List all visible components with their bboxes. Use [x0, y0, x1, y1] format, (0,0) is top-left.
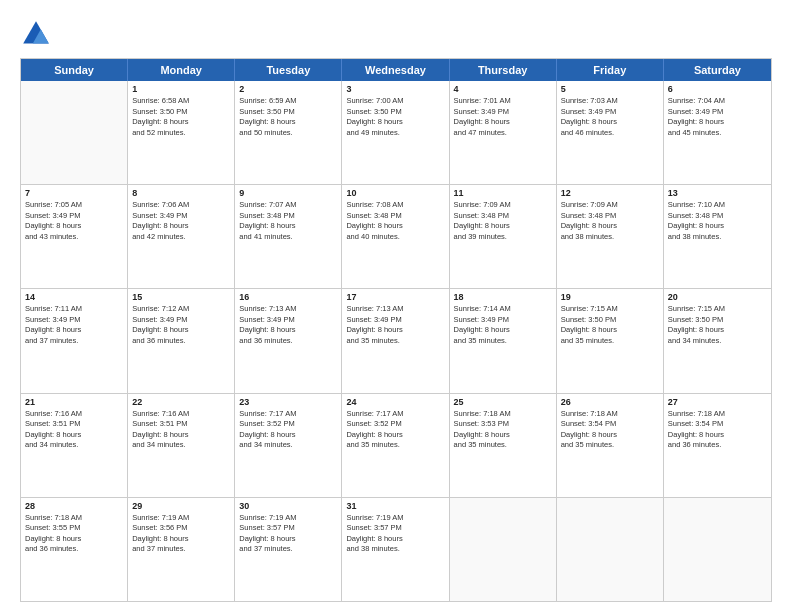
calendar-row-4: 28 Sunrise: 7:18 AM Sunset: 3:55 PM Dayl…	[21, 498, 771, 601]
sunset-line: Sunset: 3:48 PM	[454, 211, 552, 222]
daylight-value: and 36 minutes.	[132, 336, 230, 347]
sunset-line: Sunset: 3:49 PM	[561, 107, 659, 118]
calendar-cell-r3-c4: 25 Sunrise: 7:18 AM Sunset: 3:53 PM Dayl…	[450, 394, 557, 497]
sunrise-line: Sunrise: 7:08 AM	[346, 200, 444, 211]
day-number: 25	[454, 397, 552, 407]
header-thursday: Thursday	[450, 59, 557, 81]
day-number: 12	[561, 188, 659, 198]
day-number: 26	[561, 397, 659, 407]
calendar-cell-r2-c0: 14 Sunrise: 7:11 AM Sunset: 3:49 PM Dayl…	[21, 289, 128, 392]
daylight-label: Daylight: 8 hours	[25, 221, 123, 232]
daylight-label: Daylight: 8 hours	[25, 534, 123, 545]
daylight-label: Daylight: 8 hours	[132, 534, 230, 545]
calendar-cell-r4-c6	[664, 498, 771, 601]
daylight-value: and 34 minutes.	[25, 440, 123, 451]
day-number: 21	[25, 397, 123, 407]
calendar-cell-r4-c3: 31 Sunrise: 7:19 AM Sunset: 3:57 PM Dayl…	[342, 498, 449, 601]
calendar-row-3: 21 Sunrise: 7:16 AM Sunset: 3:51 PM Dayl…	[21, 394, 771, 498]
calendar-cell-r3-c1: 22 Sunrise: 7:16 AM Sunset: 3:51 PM Dayl…	[128, 394, 235, 497]
daylight-value: and 38 minutes.	[668, 232, 767, 243]
day-number: 18	[454, 292, 552, 302]
daylight-value: and 34 minutes.	[239, 440, 337, 451]
calendar-cell-r2-c5: 19 Sunrise: 7:15 AM Sunset: 3:50 PM Dayl…	[557, 289, 664, 392]
daylight-label: Daylight: 8 hours	[132, 221, 230, 232]
daylight-value: and 35 minutes.	[454, 336, 552, 347]
sunset-line: Sunset: 3:50 PM	[239, 107, 337, 118]
sunrise-line: Sunrise: 7:14 AM	[454, 304, 552, 315]
day-number: 31	[346, 501, 444, 511]
daylight-label: Daylight: 8 hours	[25, 325, 123, 336]
calendar-cell-r0-c0	[21, 81, 128, 184]
daylight-value: and 37 minutes.	[132, 544, 230, 555]
sunrise-line: Sunrise: 7:18 AM	[454, 409, 552, 420]
sunrise-line: Sunrise: 7:07 AM	[239, 200, 337, 211]
daylight-label: Daylight: 8 hours	[668, 221, 767, 232]
sunset-line: Sunset: 3:49 PM	[668, 107, 767, 118]
daylight-label: Daylight: 8 hours	[346, 117, 444, 128]
daylight-label: Daylight: 8 hours	[454, 430, 552, 441]
daylight-label: Daylight: 8 hours	[454, 117, 552, 128]
sunset-line: Sunset: 3:49 PM	[25, 211, 123, 222]
calendar-cell-r3-c2: 23 Sunrise: 7:17 AM Sunset: 3:52 PM Dayl…	[235, 394, 342, 497]
daylight-label: Daylight: 8 hours	[25, 430, 123, 441]
sunset-line: Sunset: 3:49 PM	[239, 315, 337, 326]
daylight-value: and 35 minutes.	[346, 336, 444, 347]
sunset-line: Sunset: 3:55 PM	[25, 523, 123, 534]
sunrise-line: Sunrise: 7:05 AM	[25, 200, 123, 211]
calendar-cell-r3-c3: 24 Sunrise: 7:17 AM Sunset: 3:52 PM Dayl…	[342, 394, 449, 497]
sunset-line: Sunset: 3:52 PM	[239, 419, 337, 430]
sunset-line: Sunset: 3:49 PM	[346, 315, 444, 326]
calendar-cell-r0-c3: 3 Sunrise: 7:00 AM Sunset: 3:50 PM Dayli…	[342, 81, 449, 184]
daylight-value: and 37 minutes.	[239, 544, 337, 555]
day-number: 4	[454, 84, 552, 94]
day-number: 23	[239, 397, 337, 407]
calendar-cell-r1-c1: 8 Sunrise: 7:06 AM Sunset: 3:49 PM Dayli…	[128, 185, 235, 288]
calendar-cell-r2-c2: 16 Sunrise: 7:13 AM Sunset: 3:49 PM Dayl…	[235, 289, 342, 392]
logo	[20, 18, 56, 50]
sunset-line: Sunset: 3:50 PM	[132, 107, 230, 118]
day-number: 27	[668, 397, 767, 407]
sunset-line: Sunset: 3:50 PM	[668, 315, 767, 326]
calendar-cell-r0-c1: 1 Sunrise: 6:58 AM Sunset: 3:50 PM Dayli…	[128, 81, 235, 184]
sunset-line: Sunset: 3:51 PM	[25, 419, 123, 430]
header-saturday: Saturday	[664, 59, 771, 81]
sunset-line: Sunset: 3:48 PM	[346, 211, 444, 222]
header-monday: Monday	[128, 59, 235, 81]
sunrise-line: Sunrise: 7:03 AM	[561, 96, 659, 107]
sunrise-line: Sunrise: 7:17 AM	[239, 409, 337, 420]
calendar-cell-r3-c0: 21 Sunrise: 7:16 AM Sunset: 3:51 PM Dayl…	[21, 394, 128, 497]
day-number: 30	[239, 501, 337, 511]
sunset-line: Sunset: 3:53 PM	[454, 419, 552, 430]
sunrise-line: Sunrise: 7:18 AM	[668, 409, 767, 420]
sunrise-line: Sunrise: 7:16 AM	[132, 409, 230, 420]
sunset-line: Sunset: 3:57 PM	[239, 523, 337, 534]
calendar-cell-r4-c2: 30 Sunrise: 7:19 AM Sunset: 3:57 PM Dayl…	[235, 498, 342, 601]
sunrise-line: Sunrise: 7:18 AM	[25, 513, 123, 524]
sunset-line: Sunset: 3:48 PM	[668, 211, 767, 222]
calendar-cell-r3-c5: 26 Sunrise: 7:18 AM Sunset: 3:54 PM Dayl…	[557, 394, 664, 497]
sunrise-line: Sunrise: 7:06 AM	[132, 200, 230, 211]
daylight-value: and 35 minutes.	[561, 440, 659, 451]
sunset-line: Sunset: 3:49 PM	[132, 315, 230, 326]
day-number: 8	[132, 188, 230, 198]
day-number: 5	[561, 84, 659, 94]
sunrise-line: Sunrise: 7:15 AM	[668, 304, 767, 315]
sunset-line: Sunset: 3:54 PM	[561, 419, 659, 430]
sunset-line: Sunset: 3:54 PM	[668, 419, 767, 430]
header-sunday: Sunday	[21, 59, 128, 81]
daylight-value: and 36 minutes.	[239, 336, 337, 347]
header-wednesday: Wednesday	[342, 59, 449, 81]
day-number: 7	[25, 188, 123, 198]
daylight-value: and 40 minutes.	[346, 232, 444, 243]
daylight-value: and 38 minutes.	[561, 232, 659, 243]
sunrise-line: Sunrise: 7:15 AM	[561, 304, 659, 315]
header	[20, 18, 772, 50]
sunrise-line: Sunrise: 7:18 AM	[561, 409, 659, 420]
day-number: 19	[561, 292, 659, 302]
daylight-value: and 43 minutes.	[25, 232, 123, 243]
sunset-line: Sunset: 3:50 PM	[346, 107, 444, 118]
calendar-cell-r1-c4: 11 Sunrise: 7:09 AM Sunset: 3:48 PM Dayl…	[450, 185, 557, 288]
daylight-label: Daylight: 8 hours	[239, 430, 337, 441]
sunrise-line: Sunrise: 7:11 AM	[25, 304, 123, 315]
daylight-value: and 47 minutes.	[454, 128, 552, 139]
